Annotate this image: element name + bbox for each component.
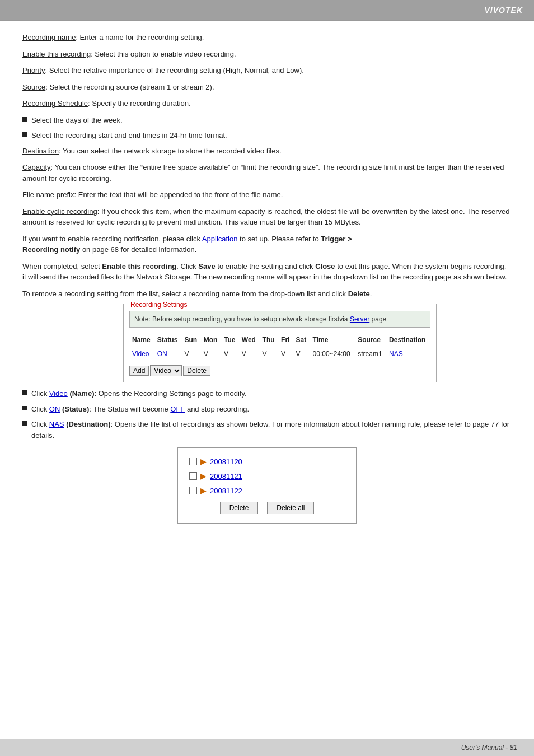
nas-link[interactable]: NAS: [389, 350, 403, 358]
row-time: 00:00~24:00: [310, 347, 355, 361]
row-fri: V: [278, 347, 293, 361]
note-text: Note: Before setup recording, you have t…: [134, 315, 339, 323]
status-bold: (Status): [62, 405, 89, 413]
bullet-nas-text: Click NAS (Destination): Opens the file …: [31, 419, 512, 441]
recording-name-text: : Enter a name for the recording setting…: [76, 33, 204, 41]
destination-text: : You can select the network storage to …: [59, 147, 281, 155]
notification-after: on page 68 for detailed information.: [80, 245, 196, 254]
col-sun: Sun: [182, 333, 201, 347]
enable-recording-para: Enable this recording: Select this optio…: [22, 49, 512, 60]
remove-para: To remove a recording setting from the l…: [22, 288, 512, 383]
table-header-row: Name Status Sun Mon Tue Wed Thu Fri Sat …: [129, 333, 430, 347]
fileprefix-label: File name prefix: [22, 190, 74, 199]
server-link[interactable]: Server: [350, 315, 369, 323]
main-content: Recording name: Enter a name for the rec…: [0, 21, 534, 553]
recording-notify-bold: Recording notify: [22, 245, 80, 254]
col-tue: Tue: [221, 333, 239, 347]
recording-name-para: Recording name: Enter a name for the rec…: [22, 32, 512, 43]
recording-dropdown[interactable]: Video: [150, 365, 182, 376]
bullet-sq-icon-4: [22, 406, 27, 410]
completed-text: When completed, select: [22, 262, 102, 270]
video-name-link[interactable]: Video: [132, 350, 149, 358]
col-thu: Thu: [260, 333, 278, 347]
col-destination: Destination: [386, 333, 430, 347]
bullet-time: Select the recording start and end times…: [22, 130, 512, 141]
bullet-sq-icon: [22, 117, 27, 122]
on-link[interactable]: ON: [49, 405, 60, 413]
bullet-on-status: Click ON (Status): The Status will becom…: [22, 404, 512, 415]
file-item-2: ▶ 20081121: [189, 472, 345, 480]
save-bold: Save: [198, 262, 215, 270]
recording-table: Name Status Sun Mon Tue Wed Thu Fri Sat …: [129, 333, 430, 361]
file-buttons: Delete Delete all: [189, 502, 345, 514]
application-link[interactable]: Application: [202, 235, 238, 243]
row-mon: V: [201, 347, 221, 361]
file-link-1[interactable]: 20081120: [210, 458, 242, 466]
col-source: Source: [355, 333, 386, 347]
table-row: Video ON V V V V V V V 00:00~24:00 strea…: [129, 347, 430, 361]
capacity-para: Capacity: You can choose either the “ent…: [22, 162, 512, 184]
file-link-2[interactable]: 20081121: [210, 472, 242, 480]
destination-para: Destination: You can select the network …: [22, 146, 512, 157]
schedule-text: : Specify the recording duration.: [88, 99, 191, 108]
col-status: Status: [154, 333, 182, 347]
col-time: Time: [310, 333, 355, 347]
row-status: ON: [154, 347, 182, 361]
col-wed: Wed: [239, 333, 260, 347]
completed-middle2: to enable the setting and click: [216, 262, 316, 270]
name-bold: (Name): [69, 389, 94, 398]
bullet-video-name: Click Video (Name): Opens the Recording …: [22, 388, 512, 399]
bullet-sq-icon-2: [22, 132, 27, 137]
bullet-days-text: Select the days of the week.: [31, 115, 123, 126]
enable-recording-label: Enable this recording: [22, 50, 91, 58]
delete-bold: Delete: [348, 290, 370, 298]
file-checkbox-2[interactable]: [189, 472, 197, 480]
source-para: Source: Select the recording source (str…: [22, 82, 512, 93]
priority-label: Priority: [22, 66, 45, 74]
off-link[interactable]: OFF: [170, 405, 185, 413]
file-delete-all-button[interactable]: Delete all: [267, 502, 314, 514]
col-sat: Sat: [293, 333, 310, 347]
remove-after: .: [370, 290, 372, 298]
bullet-sq-icon-3: [22, 390, 27, 395]
recording-settings-title: Recording Settings: [128, 300, 189, 310]
destination-bold: (Destination): [66, 420, 110, 428]
file-checkbox-3[interactable]: [189, 487, 197, 494]
cyclic-label: Enable cyclic recording: [22, 207, 97, 216]
source-label: Source: [22, 83, 45, 91]
fileprefix-text: : Enter the text that will be appended t…: [74, 190, 283, 199]
file-item-1: ▶ 20081120: [189, 457, 345, 466]
status-on-link[interactable]: ON: [157, 350, 167, 358]
file-delete-button[interactable]: Delete: [220, 502, 259, 514]
footer-bar: User's Manual - 81: [0, 739, 534, 756]
bullet-on-text: Click ON (Status): The Status will becom…: [31, 404, 249, 415]
completed-middle1: . Click: [176, 262, 198, 270]
schedule-para: Recording Schedule: Specify the recordin…: [22, 98, 512, 109]
remove-text: To remove a recording setting from the l…: [22, 290, 348, 298]
nas-dest-link[interactable]: NAS: [49, 420, 64, 428]
file-link-3[interactable]: 20081122: [210, 487, 242, 495]
row-destination: NAS: [386, 347, 430, 361]
col-name: Name: [129, 333, 154, 347]
capacity-label: Capacity: [22, 163, 51, 171]
cyclic-para: Enable cyclic recording: If you check th…: [22, 206, 512, 228]
enable-recording-bold: Enable this recording: [102, 262, 176, 270]
file-icon-3: ▶: [200, 486, 207, 495]
enable-recording-text: : Select this option to enable video rec…: [91, 50, 236, 58]
schedule-label: Recording Schedule: [22, 99, 88, 108]
completed-para: When completed, select Enable this recor…: [22, 261, 512, 283]
notification-middle: to set up. Please refer to: [237, 235, 321, 243]
priority-para: Priority: Select the relative importance…: [22, 65, 512, 76]
bullet-days: Select the days of the week.: [22, 115, 512, 126]
delete-button[interactable]: Delete: [183, 366, 210, 376]
row-name: Video: [129, 347, 154, 361]
file-item-3: ▶ 20081122: [189, 486, 345, 495]
bullet-nas-dest: Click NAS (Destination): Opens the file …: [22, 419, 512, 441]
video-link[interactable]: Video: [49, 389, 68, 398]
priority-text: : Select the relative importance of the …: [45, 66, 303, 74]
file-checkbox-1[interactable]: [189, 458, 197, 465]
row-wed: V: [239, 347, 260, 361]
add-button[interactable]: Add: [129, 366, 149, 376]
row-sun: V: [182, 347, 201, 361]
close-bold: Close: [315, 262, 335, 270]
